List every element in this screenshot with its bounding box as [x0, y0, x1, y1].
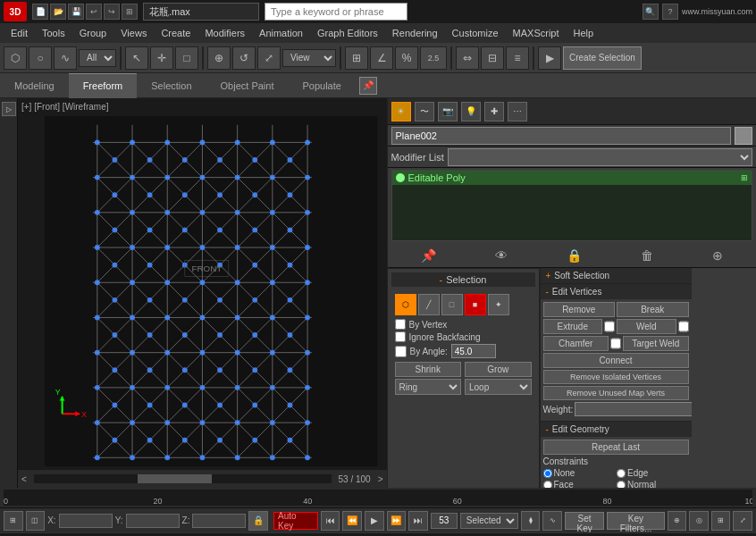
select-object[interactable]: ↖: [125, 46, 148, 70]
delete-modifier-btn[interactable]: 🗑: [641, 248, 653, 263]
ignore-backfacing-checkbox[interactable]: [395, 331, 406, 342]
next-frame-btn[interactable]: ⏩: [387, 511, 407, 531]
add-modifier-btn[interactable]: ⊕: [712, 248, 723, 263]
obj-icon-curve[interactable]: 〜: [415, 102, 434, 121]
open-file-icon[interactable]: 📂: [50, 4, 66, 20]
obj-icon-sphere[interactable]: ☀: [391, 102, 411, 121]
object-name-input[interactable]: [391, 127, 732, 145]
viewport[interactable]: [+] [Front] [Wireframe]: [18, 98, 388, 488]
play-btn[interactable]: ▶: [365, 511, 384, 531]
select-region[interactable]: ○: [29, 46, 52, 70]
obj-icon-particles[interactable]: ⋯: [508, 102, 527, 121]
undo-icon[interactable]: ↩: [86, 4, 102, 20]
weld-checkbox[interactable]: [678, 319, 689, 334]
mini-btn-1[interactable]: ▷: [2, 102, 16, 116]
snap-toggle[interactable]: ⊞: [345, 46, 368, 70]
constraint-none-radio[interactable]: [543, 469, 552, 478]
vp-ctrl-3[interactable]: ⊞: [711, 511, 731, 531]
menu-help[interactable]: Help: [567, 26, 601, 40]
grow-button[interactable]: Grow: [465, 362, 532, 377]
edit-geometry-toggle[interactable]: -: [546, 424, 549, 434]
align-tool[interactable]: ⊟: [481, 46, 504, 70]
remove-isolated-button[interactable]: Remove Isolated Vertices: [543, 370, 689, 384]
constraint-edge-radio[interactable]: [617, 469, 626, 478]
chamfer-checkbox[interactable]: [610, 336, 621, 351]
menu-customize[interactable]: Customize: [445, 26, 506, 40]
file-name-input[interactable]: [143, 3, 259, 21]
border-icon[interactable]: □: [441, 294, 463, 315]
shrink-button[interactable]: Shrink: [395, 362, 462, 377]
auto-key-button[interactable]: Auto Key: [273, 512, 318, 530]
frame-input[interactable]: 53: [431, 513, 458, 529]
show-modifier-btn[interactable]: 👁: [495, 248, 508, 263]
select-tool[interactable]: ⬡: [4, 46, 27, 70]
mini-view-btn[interactable]: ⊞: [4, 511, 23, 531]
selected-dropdown[interactable]: Selected: [460, 513, 518, 529]
polygon-icon[interactable]: ■: [465, 294, 486, 315]
chamfer-button[interactable]: Chamfer: [543, 336, 609, 351]
x-coord-input[interactable]: [59, 514, 113, 528]
z-coord-input[interactable]: [192, 514, 246, 528]
create-selection-button[interactable]: Create Selection: [563, 46, 642, 70]
scroll-right-btn[interactable]: >: [374, 474, 387, 484]
help-icon[interactable]: ?: [662, 4, 678, 20]
percent-snap[interactable]: %: [395, 46, 418, 70]
lock-coords-btn[interactable]: 🔒: [248, 511, 268, 531]
weld-button[interactable]: Weld: [617, 319, 676, 334]
constraint-face-radio[interactable]: [543, 481, 552, 489]
by-vertex-checkbox[interactable]: [395, 319, 406, 330]
prev-frame-btn[interactable]: ⏪: [342, 511, 362, 531]
lock-modifier-btn[interactable]: 🔒: [567, 248, 582, 263]
menu-maxscript[interactable]: MAXScript: [506, 26, 567, 40]
lasso-tool[interactable]: ∿: [54, 46, 77, 70]
edit-vertices-toggle[interactable]: -: [546, 287, 549, 297]
angle-snap[interactable]: ∠: [370, 46, 393, 70]
obj-icon-camera[interactable]: 📷: [438, 102, 458, 121]
remove-unused-button[interactable]: Remove Unused Map Verts: [543, 386, 689, 400]
keyframe-btn[interactable]: ⧫: [521, 511, 541, 531]
layer-tool[interactable]: ≡: [506, 46, 529, 70]
render-scene[interactable]: ▶: [538, 46, 561, 70]
key-filters-button[interactable]: Key Filters...: [607, 512, 664, 530]
scroll-thumb[interactable]: [138, 474, 212, 483]
break-button[interactable]: Break: [617, 302, 689, 317]
connect-button[interactable]: Connect: [543, 353, 689, 368]
object-color-swatch[interactable]: [735, 127, 752, 145]
menu-views[interactable]: Views: [113, 26, 154, 40]
soft-selection-toggle[interactable]: +: [546, 271, 551, 281]
spinner-snap[interactable]: 2.5: [420, 46, 447, 70]
search-input[interactable]: [265, 3, 407, 21]
scroll-left-btn[interactable]: <: [18, 474, 30, 484]
search-icon[interactable]: 🔍: [643, 4, 659, 20]
filter-dropdown[interactable]: All: [79, 49, 116, 67]
edit-geometry-header[interactable]: - Edit Geometry: [541, 422, 692, 437]
pin-modifier-btn[interactable]: 📌: [421, 248, 436, 263]
y-coord-input[interactable]: [126, 514, 180, 528]
extrude-checkbox[interactable]: [604, 319, 615, 334]
go-start-btn[interactable]: ⏮: [321, 511, 340, 531]
modifier-expand-icon[interactable]: ⊞: [741, 173, 748, 182]
tab-pin-button[interactable]: 📌: [359, 77, 377, 95]
mini-view-btn2[interactable]: ◫: [26, 511, 46, 531]
vp-ctrl-1[interactable]: ⊕: [668, 511, 687, 531]
transform-tool[interactable]: ⊕: [207, 46, 231, 70]
set-key-button[interactable]: Set Key: [565, 512, 604, 530]
menu-graph-editors[interactable]: Graph Editors: [310, 26, 385, 40]
edit-vertices-header[interactable]: - Edit Vertices: [541, 284, 692, 299]
select-move[interactable]: ✛: [150, 46, 173, 70]
obj-icon-light[interactable]: 💡: [461, 102, 481, 121]
vertex-icon[interactable]: ⬡: [395, 294, 416, 315]
menu-edit[interactable]: Edit: [4, 26, 35, 40]
scroll-track[interactable]: [34, 474, 332, 483]
rotate-tool[interactable]: ↺: [232, 46, 256, 70]
menu-create[interactable]: Create: [154, 26, 197, 40]
tab-modeling[interactable]: Modeling: [0, 73, 69, 98]
menu-modifiers[interactable]: Modifiers: [197, 26, 252, 40]
loop-dropdown[interactable]: Loop: [465, 379, 532, 395]
by-angle-checkbox[interactable]: [395, 346, 407, 357]
menu-tools[interactable]: Tools: [35, 26, 72, 40]
menu-animation[interactable]: Animation: [252, 26, 310, 40]
mirror-tool[interactable]: ⇔: [456, 46, 479, 70]
curve-btn[interactable]: ∿: [542, 511, 562, 531]
edge-icon[interactable]: ╱: [418, 294, 440, 315]
